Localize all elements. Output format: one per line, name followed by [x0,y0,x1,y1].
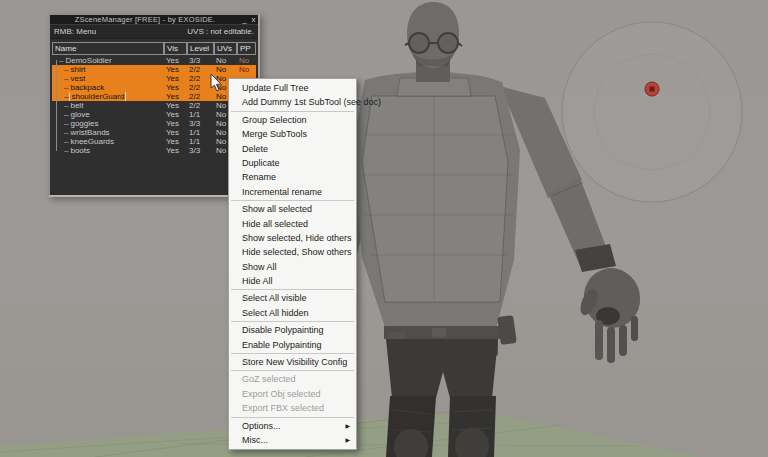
table-row[interactable]: –shoulderGuardYes2/2No [52,92,256,101]
menu-item[interactable]: Enable Polypainting [229,338,356,352]
menu-item-label: Show selected, Hide others [242,233,352,243]
menu-item-label: Select All hidden [242,308,309,318]
menu-item[interactable]: Duplicate [229,156,356,170]
menu-item[interactable]: Misc...▶ [229,433,356,447]
table-row[interactable]: –vestYes2/2No [52,74,256,83]
close-icon[interactable]: x [249,16,258,24]
menu-item[interactable]: Show All [229,260,356,274]
panel-titlebar[interactable]: ZSceneManager [FREE] - by EXOSIDE. _ x [50,15,258,25]
subtool-name-cell[interactable]: –DemoSoldier [52,56,164,65]
subtool-name: backpack [70,83,104,92]
menu-separator [231,200,354,201]
uvs-cell[interactable]: No [214,65,237,74]
level-cell[interactable]: 1/1 [187,137,214,146]
table-row[interactable]: –DemoSoldierYes3/3NoNo [52,56,256,65]
table-row[interactable]: –bootsYes3/3No [52,146,256,155]
subtool-name-cell[interactable]: –shirt [52,65,164,74]
vis-cell[interactable]: Yes [164,56,187,65]
menu-item-label: Export FBX selected [242,403,324,413]
tree-branch-glyph: – [64,119,68,128]
table-row[interactable]: –gloveYes1/1No [52,110,256,119]
menu-item[interactable]: Add Dummy 1st SubTool (see doc) [229,95,356,109]
vis-cell[interactable]: Yes [164,92,187,101]
menu-item[interactable]: Rename [229,170,356,184]
vis-cell[interactable]: Yes [164,110,187,119]
level-cell[interactable]: 3/3 [187,146,214,155]
table-row[interactable]: –gogglesYes3/3No [52,119,256,128]
subtool-name-cell[interactable]: –glove [52,110,164,119]
level-cell[interactable]: 2/2 [187,65,214,74]
submenu-arrow-icon: ▶ [345,419,350,433]
pp-cell[interactable]: No [237,65,256,74]
menu-item[interactable]: Select All visible [229,291,356,305]
subtool-table-header: NameVisLevelUVsPP [52,42,256,55]
subtool-name-cell[interactable]: –goggles [52,119,164,128]
menu-item-label: Hide All [242,276,273,286]
vis-cell[interactable]: Yes [164,74,187,83]
uvs-cell[interactable]: No [214,56,237,65]
subtool-rows: –DemoSoldierYes3/3NoNo–shirtYes2/2NoNo–v… [52,56,256,155]
menu-item[interactable]: Show all selected [229,202,356,216]
menu-item[interactable]: Disable Polypainting [229,323,356,337]
subtool-name-cell[interactable]: –vest [52,74,164,83]
menu-item-label: Update Full Tree [242,83,309,93]
table-row[interactable]: –kneeGuardsYes1/1No [52,137,256,146]
table-row[interactable]: –backpackYes2/2No [52,83,256,92]
subtool-name: glove [70,110,89,119]
menu-item-label: Merge SubTools [242,129,307,139]
menu-item-label: GoZ selected [242,374,296,384]
menu-item[interactable]: Select All hidden [229,306,356,320]
subtool-name-cell[interactable]: –shoulderGuard [52,92,164,101]
minimize-icon[interactable]: _ [240,16,249,24]
subtool-name-cell[interactable]: –kneeGuards [52,137,164,146]
menu-item[interactable]: Incremental rename [229,185,356,199]
vis-cell[interactable]: Yes [164,101,187,110]
level-cell[interactable]: 2/2 [187,101,214,110]
menu-item-label: Show all selected [242,204,312,214]
menu-item[interactable]: Hide all selected [229,217,356,231]
subtool-name-cell[interactable]: –boots [52,146,164,155]
table-row[interactable]: –beltYes2/2No [52,101,256,110]
column-header-pp: PP [237,42,256,55]
vis-cell[interactable]: Yes [164,83,187,92]
column-header-uvs: UVs [214,42,237,55]
menu-item-label: Options... [242,421,281,431]
vis-cell[interactable]: Yes [164,137,187,146]
menu-item[interactable]: Options...▶ [229,419,356,433]
subtool-name-cell[interactable]: –wristBands [52,128,164,137]
tree-branch-glyph: – [64,74,68,83]
subtool-name-cell[interactable]: –belt [52,101,164,110]
vis-cell[interactable]: Yes [164,65,187,74]
level-cell[interactable]: 3/3 [187,119,214,128]
level-cell[interactable]: 1/1 [187,128,214,137]
subtool-name: wristBands [70,128,109,137]
menu-item[interactable]: Merge SubTools [229,127,356,141]
vis-cell[interactable]: Yes [164,146,187,155]
menu-item-label: Show All [242,262,277,272]
tree-branch-glyph: – [64,101,68,110]
menu-item-label: Add Dummy 1st SubTool (see doc) [242,97,381,107]
menu-item[interactable]: Group Selection [229,113,356,127]
menu-item[interactable]: Hide selected, Show others [229,245,356,259]
subtool-name-cell[interactable]: –backpack [52,83,164,92]
table-row[interactable]: –shirtYes2/2NoNo [52,65,256,74]
rmb-menu-hint: RMB: Menu [54,27,96,36]
tree-branch-glyph: – [64,137,68,146]
menu-item[interactable]: Hide All [229,274,356,288]
table-row[interactable]: –wristBandsYes1/1No [52,128,256,137]
subtool-name: boots [70,146,90,155]
menu-item[interactable]: Store New Visibility Config [229,355,356,369]
pp-cell[interactable]: No [237,56,256,65]
vis-cell[interactable]: Yes [164,128,187,137]
level-cell[interactable]: 3/3 [187,56,214,65]
menu-item-label: Hide all selected [242,219,308,229]
menu-item[interactable]: Delete [229,142,356,156]
menu-item[interactable]: Show selected, Hide others [229,231,356,245]
menu-item-label: Misc... [242,435,268,445]
panel-title: ZSceneManager [FREE] - by EXOSIDE. [50,15,240,24]
vis-cell[interactable]: Yes [164,119,187,128]
menu-item[interactable]: Update Full Tree [229,81,356,95]
level-cell[interactable]: 1/1 [187,110,214,119]
menu-item-label: Duplicate [242,158,280,168]
goggles-lens [409,33,429,53]
